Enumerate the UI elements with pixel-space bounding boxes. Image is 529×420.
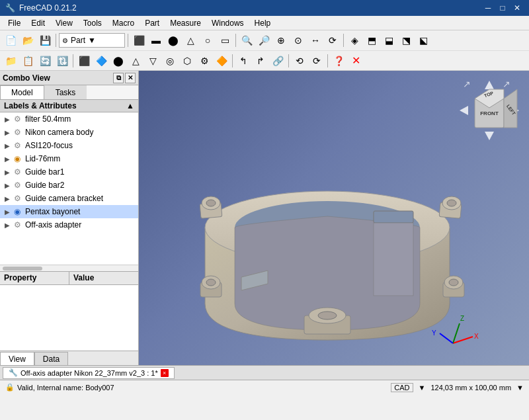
nav-btn-2[interactable]: 🔎 bbox=[256, 32, 272, 48]
tree-item-3[interactable]: ▶ ◉ Lid-76mm bbox=[0, 152, 138, 165]
combo-float-button[interactable]: ⧉ bbox=[113, 73, 124, 83]
view-right[interactable]: ⬔ bbox=[398, 32, 414, 48]
sphere-button[interactable]: ⬤ bbox=[165, 32, 181, 48]
svg-point-24 bbox=[206, 279, 216, 286]
menu-measure[interactable]: Measure bbox=[165, 16, 206, 30]
new-button[interactable]: 📄 bbox=[3, 32, 19, 48]
tb2-7[interactable]: ⬤ bbox=[110, 53, 126, 69]
item-icon-0: ⚙ bbox=[12, 114, 22, 124]
tb2-3[interactable]: 🔄 bbox=[37, 53, 53, 69]
save-button[interactable]: 💾 bbox=[37, 32, 53, 48]
menu-macro[interactable]: Macro bbox=[107, 16, 140, 30]
tb2-9[interactable]: ▽ bbox=[145, 53, 161, 69]
tree-item-0[interactable]: ▶ ⚙ filter 50.4mm bbox=[0, 112, 138, 126]
tb2-close[interactable]: ✕ bbox=[348, 53, 364, 69]
chevron-down-icon: ▼ bbox=[419, 384, 426, 392]
svg-marker-0 bbox=[485, 81, 494, 89]
menu-part[interactable]: Part bbox=[140, 16, 165, 30]
tb2-2[interactable]: 📋 bbox=[20, 53, 36, 69]
item-label-4: Guide bar1 bbox=[25, 167, 64, 177]
expand-icon-3: ▶ bbox=[3, 155, 12, 163]
tb2-15[interactable]: ↱ bbox=[253, 53, 268, 69]
tb2-6[interactable]: 🔷 bbox=[93, 53, 109, 69]
expand-icon-6: ▶ bbox=[3, 195, 12, 202]
item-icon-1: ⚙ bbox=[12, 127, 22, 138]
cylinder-button[interactable]: ▬ bbox=[148, 32, 164, 48]
doc-tab[interactable]: 🔧 Off-axis adapter Nikon 22_37mm v2_3 : … bbox=[3, 367, 175, 379]
bottom-tab-view[interactable]: View bbox=[0, 352, 34, 365]
tab-tasks[interactable]: Tasks bbox=[44, 85, 87, 99]
tb2-10[interactable]: ◎ bbox=[162, 53, 178, 69]
menu-windows[interactable]: Windows bbox=[206, 16, 249, 30]
combo-view-header: Combo View ⧉ ✕ bbox=[0, 71, 138, 85]
minimize-button[interactable]: ─ bbox=[481, 2, 495, 14]
prop-col-2: Value bbox=[69, 272, 138, 284]
item-label-6: Guide camera bracket bbox=[25, 194, 103, 203]
title-bar-left: 🔧 FreeCAD 0.21.2 bbox=[5, 3, 77, 13]
main-layout: Combo View ⧉ ✕ Model Tasks Labels & Attr… bbox=[0, 71, 529, 365]
sep-5 bbox=[73, 54, 73, 67]
tree-item-1[interactable]: ▶ ⚙ Nikon camera body bbox=[0, 126, 138, 139]
svg-point-30 bbox=[318, 312, 337, 319]
labels-title: Labels & Attributes bbox=[4, 101, 77, 110]
viewport[interactable]: FRONT TOP LEFT ↗ ↗ bbox=[139, 71, 529, 365]
nav-btn-4[interactable]: ⊙ bbox=[290, 32, 306, 48]
toolbar-row-1: 📄 📂 💾 ⚙ Part ▼ ⬛ ▬ ⬤ △ ○ ▭ 🔍 🔎 ⊕ ⊙ ↔ ⟳ ◈… bbox=[0, 30, 529, 50]
menu-view[interactable]: View bbox=[50, 16, 78, 30]
tb2-8[interactable]: △ bbox=[128, 53, 143, 69]
cone-button[interactable]: △ bbox=[183, 32, 198, 48]
open-button[interactable]: 📂 bbox=[20, 32, 36, 48]
close-button[interactable]: ✕ bbox=[510, 2, 524, 14]
tab-model[interactable]: Model bbox=[0, 85, 44, 99]
view-front[interactable]: ⬓ bbox=[381, 32, 397, 48]
status-dim-icon: ▼ bbox=[516, 384, 524, 392]
nav-btn-6[interactable]: ⟳ bbox=[325, 32, 341, 48]
bottom-tab-data[interactable]: Data bbox=[34, 352, 68, 365]
tree-area[interactable]: ▶ ⚙ filter 50.4mm ▶ ⚙ Nikon camera body … bbox=[0, 112, 138, 265]
view-top[interactable]: ⬒ bbox=[364, 32, 380, 48]
menu-help[interactable]: Help bbox=[249, 16, 276, 30]
tb2-18[interactable]: ⟳ bbox=[309, 53, 325, 69]
menu-file[interactable]: File bbox=[3, 16, 26, 30]
status-text: Valid, Internal name: Body007 bbox=[17, 384, 114, 392]
tree-item-4[interactable]: ▶ ⚙ Guide bar1 bbox=[0, 165, 138, 179]
torus-button[interactable]: ○ bbox=[200, 32, 216, 48]
sep-1 bbox=[56, 34, 56, 47]
tb2-13[interactable]: 🔶 bbox=[214, 53, 229, 69]
svg-text:↗: ↗ bbox=[463, 79, 471, 89]
item-label-1: Nikon camera body bbox=[25, 128, 93, 137]
maximize-button[interactable]: □ bbox=[496, 2, 509, 14]
title-bar-controls: ─ □ ✕ bbox=[481, 2, 524, 14]
view-extra[interactable]: ⬕ bbox=[415, 32, 431, 48]
h-scrollbar[interactable] bbox=[0, 265, 138, 271]
nav-btn-5[interactable]: ↔ bbox=[307, 32, 323, 48]
status-bar: 🔒 Valid, Internal name: Body007 CAD ▼ 12… bbox=[0, 380, 529, 394]
tb2-5[interactable]: ⬛ bbox=[76, 53, 92, 69]
tb2-17[interactable]: ⟲ bbox=[292, 53, 307, 69]
sep-7 bbox=[288, 54, 289, 67]
menu-edit[interactable]: Edit bbox=[26, 16, 50, 30]
tb2-4[interactable]: 🔃 bbox=[54, 53, 70, 69]
svg-marker-1 bbox=[485, 132, 494, 140]
nav-btn-1[interactable]: 🔍 bbox=[239, 32, 255, 48]
combo-close-button[interactable]: ✕ bbox=[125, 73, 136, 83]
nav-btn-3[interactable]: ⊕ bbox=[273, 32, 289, 48]
tb2-16[interactable]: 🔗 bbox=[270, 53, 286, 69]
tb2-11[interactable]: ⬡ bbox=[179, 53, 195, 69]
menu-tools[interactable]: Tools bbox=[78, 16, 107, 30]
view-iso[interactable]: ◈ bbox=[346, 32, 362, 48]
tree-item-6[interactable]: ▶ ⚙ Guide camera bracket bbox=[0, 192, 138, 205]
box-button[interactable]: ⬛ bbox=[131, 32, 147, 48]
status-mode[interactable]: CAD bbox=[391, 383, 413, 392]
tb2-12[interactable]: ⚙ bbox=[196, 53, 212, 69]
doc-tab-close[interactable]: × bbox=[161, 369, 169, 377]
extrude-button[interactable]: ▭ bbox=[217, 32, 233, 48]
tb2-1[interactable]: 📁 bbox=[3, 53, 19, 69]
tb2-help[interactable]: ❓ bbox=[331, 53, 346, 69]
tree-item-7[interactable]: ▶ ◉ Pentax bayonet bbox=[0, 205, 138, 218]
tree-item-5[interactable]: ▶ ⚙ Guide bar2 bbox=[0, 179, 138, 192]
tree-item-2[interactable]: ▶ ⚙ ASI120-focus bbox=[0, 139, 138, 152]
tb2-14[interactable]: ↰ bbox=[235, 53, 251, 69]
tree-item-8[interactable]: ▶ ⚙ Off-axis adapter bbox=[0, 218, 138, 231]
workbench-selector[interactable]: ⚙ Part ▼ bbox=[59, 33, 125, 48]
